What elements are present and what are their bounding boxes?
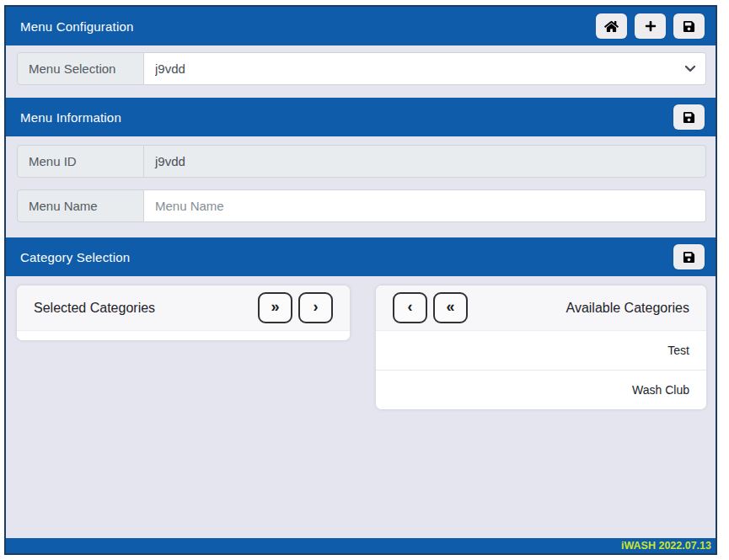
chevron-right-icon: › (314, 298, 319, 316)
menu-information-title: Menu Information (20, 110, 121, 125)
category-selection-title: Category Selection (20, 250, 130, 264)
double-chevron-right-icon: » (271, 298, 279, 316)
home-icon (604, 20, 619, 33)
menu-id-value: j9vdd (144, 145, 706, 178)
chevron-left-icon: ‹ (408, 298, 413, 316)
menu-information-header: Menu Information (6, 98, 716, 136)
available-category-item[interactable]: Wash Club (376, 370, 706, 409)
available-categories-list: TestWash Club (376, 331, 706, 409)
menu-configuration-toolbar (596, 13, 705, 39)
available-categories-panel: ‹ « Available Categories TestWash Club (376, 285, 706, 409)
category-selection-header: Category Selection (6, 237, 716, 276)
category-panels: Selected Categories » › ‹ (17, 285, 706, 409)
available-categories-title: Available Categories (566, 301, 689, 316)
save-menu-information-button[interactable] (673, 104, 705, 130)
menu-selection-select[interactable]: j9vdd (144, 52, 706, 85)
menu-name-input[interactable] (144, 189, 706, 222)
add-menu-button[interactable] (635, 13, 666, 39)
selected-categories-title: Selected Categories (34, 301, 155, 316)
move-all-left-button[interactable]: « (433, 292, 468, 323)
available-category-item[interactable]: Test (376, 331, 706, 370)
save-icon (683, 251, 695, 264)
menu-name-row: Menu Name (17, 189, 706, 222)
menu-id-label: Menu ID (17, 145, 144, 178)
plus-icon (645, 20, 657, 32)
menu-selection-row: Menu Selection j9vdd (17, 52, 706, 85)
move-right-button[interactable]: › (298, 292, 333, 323)
app-frame: Menu Configuration Menu Selection j9vdd … (4, 5, 717, 555)
move-left-button[interactable]: ‹ (393, 292, 427, 323)
version-badge: iWASH 2022.07.13 (621, 540, 711, 552)
menu-name-label: Menu Name (17, 189, 144, 222)
menu-configuration-header: Menu Configuration (6, 7, 716, 45)
menu-selection-label: Menu Selection (17, 52, 144, 85)
save-category-selection-button[interactable] (673, 244, 705, 269)
selected-categories-panel: Selected Categories » › (17, 285, 350, 340)
home-button[interactable] (596, 13, 627, 39)
menu-id-row: Menu ID j9vdd (17, 145, 706, 178)
save-icon (683, 20, 695, 33)
double-chevron-left-icon: « (446, 298, 454, 316)
save-menu-button[interactable] (673, 13, 705, 39)
save-icon (683, 111, 695, 124)
move-all-right-button[interactable]: » (258, 292, 292, 323)
selected-categories-empty-area (17, 331, 350, 340)
menu-configuration-title: Menu Configuration (20, 19, 134, 34)
footer-bar: iWASH 2022.07.13 (6, 538, 716, 553)
